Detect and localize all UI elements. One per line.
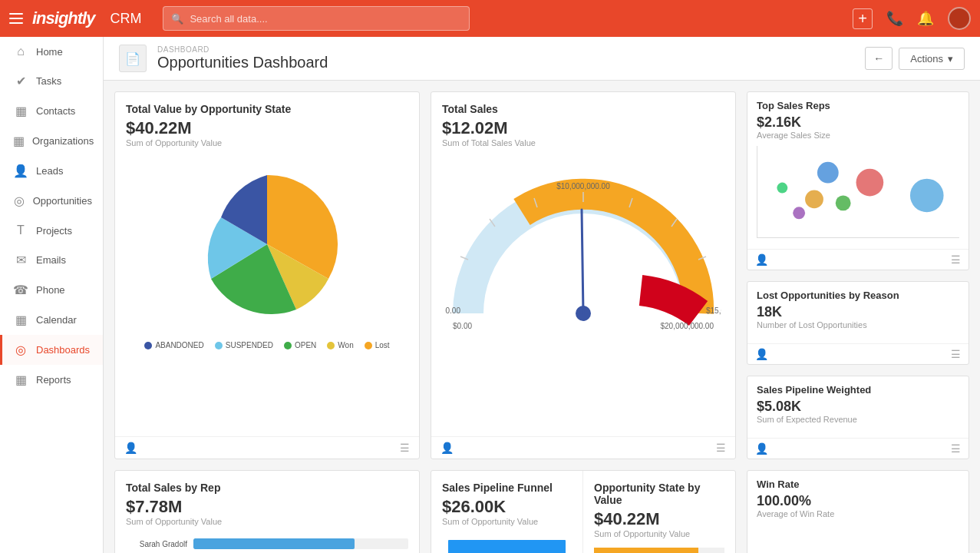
page-header: 📄 DASHBOARD Opportunities Dashboard ← Ac… [104,37,980,81]
leads-icon: 👤 [13,164,28,178]
right-column: Top Sales Reps $2.16K Average Sales Size [747,91,969,459]
actions-button[interactable]: Actions ▾ [899,48,965,70]
svg-text:$10,000,000.00: $10,000,000.00 [556,182,610,190]
sidebar-label-leads: Leads [36,165,63,177]
sidebar-item-emails[interactable]: ✉ Emails [0,245,103,275]
svg-point-20 [777,183,787,194]
top-sales-reps-subtitle: Average Sales Size [757,131,959,140]
svg-point-17 [805,190,823,209]
dashboards-icon: ◎ [13,343,28,357]
list-icon: ☰ [400,442,410,454]
bar-row-sarah: Sarah Gradolf [126,538,408,549]
opportunities-icon: ◎ [13,194,25,208]
sales-pipeline-funnel-card: Sales Pipeline Funnel $26.00K Sum of Opp… [431,470,736,553]
svg-point-19 [910,179,944,213]
user-icon-5: 👤 [755,442,768,455]
total-sales-rep-value: $7.78M [126,497,408,517]
top-navigation: insightly CRM 🔍 + 📞 🔔 [0,0,980,37]
breadcrumb: DASHBOARD [157,45,328,54]
win-rate-subtitle: Average of Win Rate [757,509,959,518]
emails-icon: ✉ [13,253,28,267]
total-value-title: Total Value by Opportunity State [126,103,408,115]
phone-icon[interactable]: 📞 [886,10,903,27]
user-icon: 👤 [124,442,137,454]
opp-state-subtitle: Sum of Opportunity Value [594,529,724,538]
total-sales-rep-card: Total Sales by Rep $7.78M Sum of Opportu… [114,470,420,553]
gauge-chart: $10,000,000.00 $15,000,000.00 $5,000,000… [445,160,721,344]
win-rate-card: Win Rate 100.00% Average of Win Rate 👤 ☰ [747,470,969,553]
back-button[interactable]: ← [865,47,893,70]
lost-opps-value: 18K [757,304,959,320]
lost-opps-title: Lost Opportunities by Reason [757,290,959,301]
svg-point-14 [817,162,839,184]
logo: insightly [32,8,94,28]
notification-bell-icon[interactable]: 🔔 [917,10,934,27]
sidebar-label-opportunities: Opportunities [33,195,92,207]
pie-legend: ABANDONED SUSPENDED OPEN Won Lost [126,335,408,353]
opp-state-title: Opportunity State by Value [594,482,724,506]
sales-pipeline-subtitle: Sum of Expected Revenue [757,415,959,424]
total-sales-subtitle: Sum of Total Sales Value [442,138,724,147]
sidebar-item-dashboards[interactable]: ◎ Dashboards [0,335,103,365]
lost-opportunities-card: Lost Opportunities by Reason 18K Number … [747,281,969,365]
sidebar-label-contacts: Contacts [36,105,75,117]
search-bar[interactable]: 🔍 [163,6,470,31]
svg-point-16 [836,195,851,210]
total-value-subtitle: Sum of Opportunity Value [126,138,408,147]
top-sales-reps-title: Top Sales Reps [757,100,959,111]
svg-point-15 [856,169,884,197]
search-input[interactable] [190,13,461,25]
sidebar-label-home: Home [36,46,63,58]
sidebar-label-calendar: Calendar [36,314,77,326]
win-rate-value: 100.00% [757,493,959,509]
sidebar-item-projects[interactable]: T Projects [0,216,103,245]
sidebar-label-reports: Reports [36,374,71,386]
phone-nav-icon: ☎ [13,283,28,297]
total-value-value: $40.22M [126,118,408,138]
sidebar-item-tasks[interactable]: ✔ Tasks [0,66,103,96]
lost-opps-subtitle: Number of Lost Opportunities [757,320,959,329]
total-value-card: Total Value by Opportunity State $40.22M… [114,91,420,459]
tasks-icon: ✔ [13,74,28,88]
user-icon-3: 👤 [755,253,768,266]
bar-label-sarah: Sarah Gradolf [126,540,187,548]
svg-text:$20,000,000.00: $20,000,000.00 [660,322,714,330]
sidebar-item-contacts[interactable]: ▦ Contacts [0,96,103,126]
pie-chart-area [126,154,408,335]
total-sales-card: Total Sales $12.02M Sum of Total Sales V… [431,91,736,459]
sidebar-item-home[interactable]: ⌂ Home [0,37,103,66]
sidebar-label-projects: Projects [36,225,72,237]
sales-pipeline-title: Sales Pipeline Weighted [757,384,959,396]
list-icon-2: ☰ [716,442,726,454]
sidebar: ⌂ Home ✔ Tasks ▦ Contacts ▦ Organization… [0,37,104,553]
win-rate-title: Win Rate [757,478,959,490]
funnel-chart [442,532,572,553]
chevron-down-icon: ▾ [948,53,953,65]
add-icon[interactable]: + [853,8,873,29]
contacts-icon: ▦ [13,104,28,118]
user-icon-2: 👤 [441,442,454,454]
sidebar-label-tasks: Tasks [36,75,61,87]
sidebar-item-phone[interactable]: ☎ Phone [0,275,103,305]
sidebar-label-dashboards: Dashboards [36,344,90,356]
top-sales-reps-value: $2.16K [757,114,959,131]
opp-state-value: $40.22M [594,509,724,529]
total-sales-value: $12.02M [442,118,724,138]
svg-text:$0.00: $0.00 [453,322,472,330]
sales-funnel-value: $26.00K [442,497,572,517]
svg-point-18 [793,207,805,219]
sidebar-item-leads[interactable]: 👤 Leads [0,156,103,186]
sidebar-item-calendar[interactable]: ▦ Calendar [0,305,103,335]
svg-line-8 [582,210,583,313]
crm-label: CRM [110,11,141,27]
sidebar-item-reports[interactable]: ▦ Reports [0,365,103,395]
hamburger-menu[interactable] [9,13,23,24]
top-sales-reps-card: Top Sales Reps $2.16K Average Sales Size [747,91,969,270]
total-sales-rep-subtitle: Sum of Opportunity Value [126,517,408,526]
user-avatar[interactable] [948,7,971,30]
dashboard-grid: Total Value by Opportunity State $40.22M… [104,81,980,553]
search-icon: 🔍 [171,13,183,25]
sidebar-item-organizations[interactable]: ▦ Organizations [0,126,103,156]
svg-text:$5,000,000.00: $5,000,000.00 [445,306,460,315]
sidebar-item-opportunities[interactable]: ◎ Opportunities [0,186,103,216]
